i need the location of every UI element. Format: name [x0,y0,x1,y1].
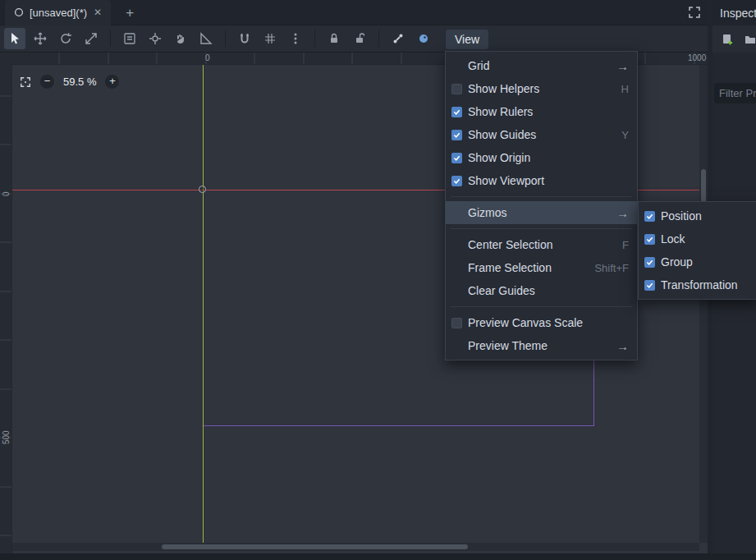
snap-options-icon[interactable] [285,28,306,49]
view-menu-popup: Grid → Show Helpers H Show Rulers Show G… [445,51,638,360]
y-axis-line [203,65,204,546]
filter-properties-input[interactable]: Filter Properties [714,83,756,103]
horizontal-scrollbar-thumb[interactable] [162,544,468,549]
menu-item-clear-guides[interactable]: Clear Guides [446,279,637,302]
vertical-scrollbar[interactable] [699,65,708,543]
menu-item-show-guides[interactable]: Show Guides Y [446,123,637,146]
center-view-icon[interactable] [20,76,31,88]
scale-tool-button[interactable] [80,28,102,49]
scene-tab-label: [unsaved](*) [30,7,87,19]
ruler-label: 500 [2,430,11,444]
menu-item-preview-canvas-scale[interactable]: Preview Canvas Scale [446,311,637,334]
menu-item-gizmos[interactable]: Gizmos → [446,201,637,224]
menu-item-label: Center Selection [468,238,616,251]
distraction-free-mode-icon[interactable] [688,6,701,19]
ruler-mode-button[interactable] [195,28,217,49]
checkbox-checked-icon [644,280,655,291]
new-resource-icon[interactable] [721,33,734,46]
checkbox-checked-icon [644,257,655,268]
zoom-out-button[interactable]: − [40,75,54,89]
submenu-item-group[interactable]: Group [639,250,756,273]
submenu-item-position[interactable]: Position [639,204,756,227]
smart-snap-button[interactable] [234,28,255,49]
toolbar-separator [378,30,379,47]
canvas-toolbar [0,25,708,53]
shortcut-label: F [622,239,629,251]
scene-tab-bar: [unsaved](*) ✕ + [0,0,708,25]
toolbar-separator [314,30,315,47]
gizmos-submenu-popup: Position Lock Group Transformation [638,201,756,300]
menu-item-label: Preview Canvas Scale [468,316,629,329]
select-tool-button[interactable] [4,28,25,49]
shortcut-label: H [621,83,629,95]
menu-item-label: Frame Selection [468,261,588,274]
menu-item-label: Lock [661,232,752,246]
menu-item-label: Grid [468,59,610,72]
inspector-tab-label: Inspector [720,7,756,20]
submenu-arrow-icon: → [616,59,629,73]
view-menu-button[interactable]: View [446,30,488,49]
menu-item-grid[interactable]: Grid → [446,54,637,77]
menu-item-frame-selection[interactable]: Frame Selection Shift+F [446,256,637,279]
scene-icon [13,7,25,18]
menu-item-label: Position [661,209,752,223]
checkbox-unchecked-icon [451,318,462,328]
menu-item-preview-theme[interactable]: Preview Theme → [446,334,637,357]
menu-item-label: Show Helpers [468,82,615,95]
list-select-button[interactable] [119,28,140,49]
scene-tab[interactable]: [unsaved](*) ✕ [5,0,111,25]
checkbox-unchecked-icon [451,84,462,94]
menu-item-show-origin[interactable]: Show Origin [446,146,637,169]
menu-item-label: Transformation [661,278,752,291]
skeleton-options-icon[interactable] [413,28,434,49]
shortcut-label: Y [621,129,629,141]
add-scene-tab-button[interactable]: + [121,4,139,21]
menu-item-label: Show Guides [468,128,615,141]
toolbar-separator [225,30,226,47]
checkbox-checked-icon [451,153,462,163]
pivot-tool-button[interactable] [144,28,166,49]
submenu-arrow-icon: → [616,339,629,353]
menu-item-center-selection[interactable]: Center Selection F [446,233,637,256]
submenu-item-transformation[interactable]: Transformation [639,273,756,296]
vertical-ruler[interactable]: 0 500 [0,65,12,553]
grid-snap-button[interactable] [259,28,281,49]
menu-item-label: Clear Guides [468,284,629,297]
menu-item-show-rulers[interactable]: Show Rulers [446,100,637,123]
move-tool-button[interactable] [30,28,51,49]
menu-separator [451,306,632,307]
load-resource-icon[interactable] [744,33,756,46]
menu-item-label: Show Viewport [468,174,629,187]
inspector-body: Filter Properties [712,53,756,560]
menu-item-label: Show Rulers [468,105,629,118]
submenu-item-lock[interactable]: Lock [639,227,756,250]
menu-item-label: Gizmos [468,206,610,219]
submenu-arrow-icon: → [616,206,629,220]
inspector-tab[interactable]: Inspector [712,0,756,25]
ruler-label: 0 [205,53,210,62]
pan-tool-button[interactable] [170,28,191,49]
checkbox-checked-icon [644,234,655,245]
zoom-percent[interactable]: 59.5 % [63,76,96,88]
rotate-tool-button[interactable] [55,28,76,49]
zoom-in-button[interactable]: + [105,75,119,89]
lock-object-button[interactable] [323,28,345,49]
ruler-label: 0 [2,191,11,196]
menu-item-label: Show Origin [468,151,629,164]
unlock-object-button[interactable] [349,28,370,49]
origin-marker [199,186,206,193]
menu-separator [451,228,632,229]
bone-tool-icon[interactable] [387,28,409,49]
ruler-label: 1000 [688,53,706,62]
close-tab-icon[interactable]: ✕ [92,7,103,18]
menu-separator [451,196,632,197]
checkbox-checked-icon [451,176,462,186]
inspector-toolbar [712,25,756,53]
menu-item-show-helpers[interactable]: Show Helpers H [446,77,637,100]
menu-item-show-viewport[interactable]: Show Viewport [446,169,637,192]
ruler-corner [0,53,12,65]
zoom-controls: − 59.5 % + [20,75,119,89]
shortcut-label: Shift+F [594,262,629,274]
menu-item-label: Group [661,255,752,269]
toolbar-separator [110,30,111,47]
